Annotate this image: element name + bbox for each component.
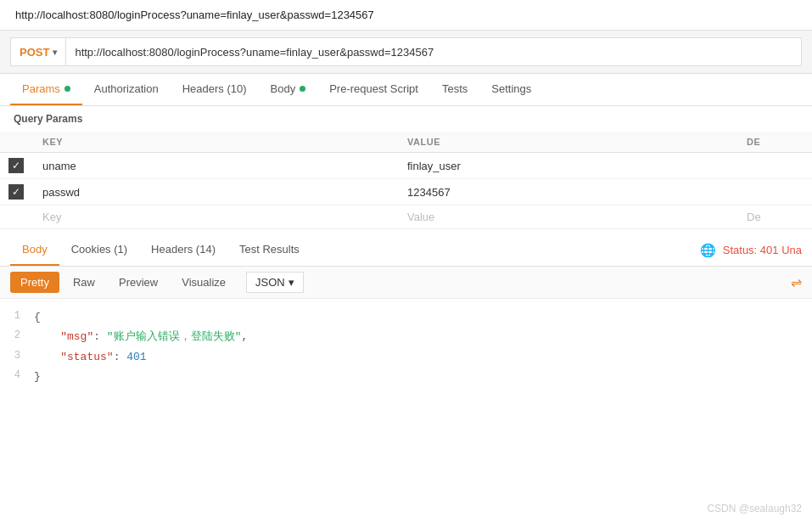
tab-headers[interactable]: Headers (10)	[171, 74, 259, 105]
request-row: POST ▾	[0, 31, 812, 74]
tab-body-label: Body	[271, 82, 296, 95]
tab-test-results-label: Test Results	[239, 243, 300, 256]
url-input[interactable]	[65, 37, 802, 66]
row2-value: 1234567	[407, 186, 451, 199]
tab-params[interactable]: Params	[10, 74, 82, 105]
params-dot	[64, 86, 70, 92]
table-row-empty: Key Value De	[0, 205, 812, 229]
row1-value: finlay_user	[407, 160, 461, 172]
resp-tab-preview[interactable]: Preview	[109, 272, 168, 293]
tab-response-headers[interactable]: Headers (14)	[139, 234, 227, 266]
format-label: JSON	[255, 276, 285, 289]
code-line-1: 1 {	[0, 307, 812, 327]
tab-settings-label: Settings	[491, 82, 531, 95]
tab-authorization-label: Authorization	[94, 82, 159, 95]
wrap-icon[interactable]: ⇌	[791, 274, 802, 290]
tab-settings[interactable]: Settings	[479, 74, 543, 105]
format-dropdown[interactable]: JSON ▾	[246, 272, 304, 293]
tab-authorization[interactable]: Authorization	[82, 74, 171, 105]
query-params-label: Query Params	[0, 106, 812, 132]
tab-cookies[interactable]: Cookies (1)	[59, 234, 139, 266]
code-line-4: 4 }	[0, 367, 812, 386]
status-badge: Status: 401 Una	[723, 244, 802, 256]
row1-desc	[738, 153, 812, 179]
tab-body-response-label: Body	[22, 243, 48, 256]
tab-tests-label: Tests	[442, 82, 468, 95]
url-bar: http://localhost:8080/loginProcess?uname…	[0, 0, 812, 31]
row2-checkbox[interactable]: ✓	[8, 184, 24, 200]
table-row: ✓ uname finlay_user	[0, 153, 812, 179]
table-row: ✓ passwd 1234567	[0, 179, 812, 205]
globe-icon: 🌐	[700, 243, 716, 258]
tab-params-label: Params	[22, 82, 60, 95]
tab-test-results[interactable]: Test Results	[227, 234, 311, 266]
desc-placeholder: De	[747, 211, 761, 223]
resp-tab-pretty[interactable]: Pretty	[10, 272, 59, 293]
request-tabs: Params Authorization Headers (10) Body P…	[0, 74, 812, 106]
col-check-header	[0, 132, 34, 153]
body-dot	[300, 86, 305, 92]
col-value-header: VALUE	[399, 132, 738, 153]
row1-key: uname	[42, 160, 76, 172]
col-key-header: KEY	[34, 132, 399, 153]
code-line-3: 3 "status": 401	[0, 347, 812, 367]
key-placeholder: Key	[42, 211, 61, 223]
resp-tab-raw[interactable]: Raw	[63, 272, 105, 293]
row2-key: passwd	[42, 186, 80, 199]
code-line-2: 2 "msg": "账户输入错误，登陆失败",	[0, 327, 812, 346]
tab-tests[interactable]: Tests	[430, 74, 479, 105]
params-table: KEY VALUE DE ✓ uname finlay_user ✓ passw…	[0, 132, 812, 229]
resp-tab-visualize[interactable]: Visualize	[171, 272, 236, 293]
response-toolbar: Pretty Raw Preview Visualize JSON ▾ ⇌	[0, 267, 812, 299]
format-chevron-icon: ▾	[288, 276, 294, 289]
tab-cookies-label: Cookies (1)	[71, 243, 127, 256]
value-placeholder: Value	[407, 211, 434, 223]
tab-prerequest-label: Pre-request Script	[329, 82, 418, 95]
tab-prerequest[interactable]: Pre-request Script	[317, 74, 430, 105]
row2-desc	[738, 179, 812, 205]
method-dropdown[interactable]: POST ▾	[10, 37, 65, 66]
method-label: POST	[20, 46, 49, 59]
response-tabs-row: Body Cookies (1) Headers (14) Test Resul…	[0, 234, 812, 267]
row1-checkbox[interactable]: ✓	[8, 158, 24, 173]
response-status: 🌐 Status: 401 Una	[700, 243, 802, 258]
col-desc-header: DE	[738, 132, 812, 153]
url-bar-text: http://localhost:8080/loginProcess?uname…	[15, 8, 374, 21]
tab-headers-label: Headers (10)	[182, 82, 247, 95]
tab-body[interactable]: Body	[259, 74, 318, 105]
tab-body-response[interactable]: Body	[10, 234, 59, 266]
chevron-down-icon: ▾	[53, 48, 57, 57]
code-area: 1 { 2 "msg": "账户输入错误，登陆失败", 3 "status": …	[0, 299, 812, 396]
tab-response-headers-label: Headers (14)	[151, 243, 216, 256]
